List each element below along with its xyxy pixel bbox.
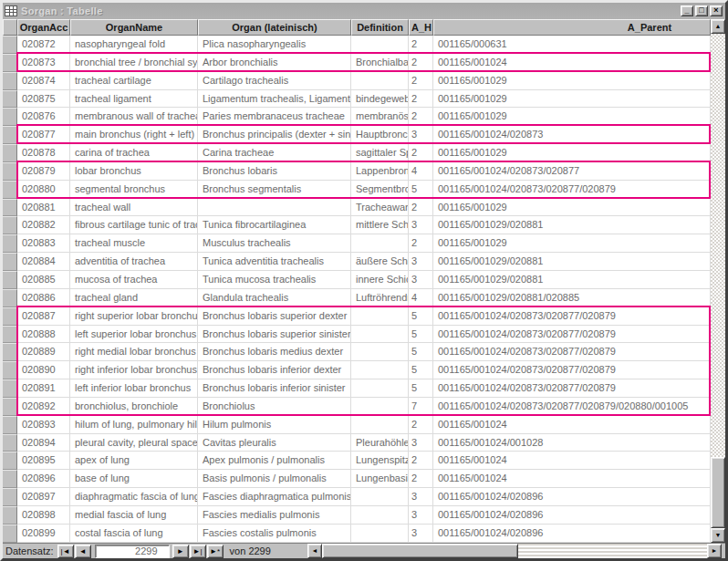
cell-definition[interactable]: Luftröhrendri [351, 289, 409, 307]
close-button[interactable]: × [710, 5, 723, 16]
cell-latin[interactable]: Tunica adventitia trachealis [198, 253, 351, 271]
cell-parent[interactable]: 001165/001024/020896 [433, 525, 711, 543]
cell-ah[interactable]: 5 [409, 379, 433, 398]
cell-ah[interactable]: 2 [409, 470, 433, 488]
cell-name[interactable]: segmental bronchus [70, 181, 198, 199]
cell-parent[interactable]: 001165/001024/020873 [433, 126, 711, 144]
maximize-button[interactable]: □ [695, 5, 708, 16]
cell-definition[interactable] [351, 326, 409, 344]
vertical-scroll-track[interactable] [711, 34, 725, 528]
cell-name[interactable]: left inferior lobar bronchus [70, 379, 198, 398]
cell-acc[interactable]: 020880 [17, 181, 70, 199]
cell-parent[interactable]: 001165/001024/020873/020877/020879 [433, 361, 711, 379]
cell-acc[interactable]: 020898 [17, 506, 70, 525]
cell-definition[interactable]: Lungenspitz [351, 452, 409, 470]
cell-acc[interactable]: 020876 [17, 108, 70, 126]
cell-parent[interactable]: 001165/001024/020873/020877/020879 [433, 326, 711, 344]
record-selector[interactable] [3, 361, 17, 379]
cell-parent[interactable]: 001165/001024/020873/020877 [433, 162, 711, 181]
cell-name[interactable]: mucosa of trachea [70, 271, 198, 289]
cell-latin[interactable]: Fascies medialis pulmonis [198, 506, 351, 525]
cell-acc[interactable]: 020877 [17, 126, 70, 144]
cell-name[interactable]: carina of trachea [70, 144, 198, 162]
select-all-corner[interactable] [3, 19, 17, 36]
next-record-button[interactable]: ► [172, 545, 189, 558]
scroll-right-button[interactable]: ► [707, 544, 722, 558]
cell-parent[interactable]: 001165/001024/020873/020877/020879 [433, 379, 711, 398]
cell-name[interactable]: nasopharyngeal fold [70, 36, 198, 54]
cell-definition[interactable] [351, 361, 409, 379]
cell-ah[interactable]: 2 [409, 90, 433, 109]
record-selector[interactable] [3, 234, 17, 253]
cell-acc[interactable]: 020894 [17, 434, 70, 452]
cell-acc[interactable]: 020879 [17, 162, 70, 181]
cell-name[interactable]: bronchiolus, bronchiole [70, 398, 198, 416]
cell-name[interactable]: lobar bronchus [70, 162, 198, 181]
cell-parent[interactable]: 001165/001024 [433, 416, 711, 434]
cell-definition[interactable]: mittlere Sch [351, 216, 409, 234]
cell-parent[interactable]: 001165/001024/020873/020877/020879 [433, 343, 711, 361]
cell-definition[interactable]: Lappenbronc [351, 162, 409, 181]
record-selector[interactable] [3, 271, 17, 289]
cell-ah[interactable]: 3 [409, 253, 433, 271]
cell-ah[interactable]: 4 [409, 162, 433, 181]
record-selector[interactable] [3, 216, 17, 234]
cell-acc[interactable]: 020875 [17, 90, 70, 109]
cell-name[interactable]: right medial lobar bronchus [70, 343, 198, 361]
cell-ah[interactable]: 5 [409, 326, 433, 344]
last-record-button[interactable]: ►| [190, 545, 206, 558]
record-selector[interactable] [3, 398, 17, 416]
cell-name[interactable]: right inferior lobar bronchus [70, 361, 198, 379]
cell-definition[interactable]: äußere Schi [351, 253, 409, 271]
cell-latin[interactable]: Bronchiolus [198, 398, 351, 416]
cell-ah[interactable]: 2 [409, 36, 433, 54]
cell-name[interactable]: pleural cavity, pleural space [70, 434, 198, 452]
cell-definition[interactable] [351, 307, 409, 326]
cell-acc[interactable]: 020887 [17, 307, 70, 326]
cell-latin[interactable]: Hilum pulmonis [198, 416, 351, 434]
cell-parent[interactable]: 001165/001024 [433, 54, 711, 72]
cell-ah[interactable]: 4 [409, 289, 433, 307]
record-selector[interactable] [3, 488, 17, 506]
cell-name[interactable]: tracheal cartilage [70, 72, 198, 90]
cell-parent[interactable]: 001165/001029/020881 [433, 271, 711, 289]
horizontal-scrollbar[interactable]: ◄ ► [307, 544, 722, 558]
cell-acc[interactable]: 020891 [17, 379, 70, 398]
title-bar[interactable]: Sorgan : Tabelle _ □ × [3, 3, 725, 19]
record-selector[interactable] [3, 326, 17, 344]
cell-parent[interactable]: 001165/001024 [433, 452, 711, 470]
cell-ah[interactable]: 7 [409, 398, 433, 416]
cell-definition[interactable] [351, 398, 409, 416]
cell-ah[interactable]: 2 [409, 72, 433, 90]
cell-ah[interactable]: 5 [409, 343, 433, 361]
cell-ah[interactable]: 2 [409, 416, 433, 434]
scroll-left-button[interactable]: ◄ [307, 544, 322, 558]
record-number-input[interactable] [95, 545, 170, 558]
cell-name[interactable]: hilum of lung, pulmonary hilu [70, 416, 198, 434]
cell-latin[interactable]: Bronchus segmentalis [198, 181, 351, 199]
cell-name[interactable]: medial fascia of lung [70, 506, 198, 525]
scroll-up-button[interactable]: ▲ [711, 19, 725, 34]
cell-parent[interactable]: 001165/001024/020896 [433, 488, 711, 506]
cell-parent[interactable]: 001165/001024/020873/020877/020879 [433, 181, 711, 199]
vertical-scrollbar[interactable]: ▲ ▼ [711, 19, 725, 543]
cell-latin[interactable]: Bronchus lobaris medius dexter [198, 343, 351, 361]
record-selector[interactable] [3, 108, 17, 126]
cell-acc[interactable]: 020897 [17, 488, 70, 506]
first-record-button[interactable]: |◄ [57, 545, 74, 558]
cell-parent[interactable]: 001165/001029 [433, 144, 711, 162]
cell-acc[interactable]: 020884 [17, 253, 70, 271]
cell-latin[interactable]: Bronchus lobaris inferior dexter [198, 361, 351, 379]
cell-acc[interactable]: 020885 [17, 271, 70, 289]
cell-latin[interactable]: Cavitas pleuralis [198, 434, 351, 452]
cell-latin[interactable]: Bronchus lobaris inferior sinister [198, 379, 351, 398]
cell-name[interactable]: adventitia of trachea [70, 253, 198, 271]
cell-parent[interactable]: 001165/001024/020873/020877/020879/02088… [433, 398, 711, 416]
cell-latin[interactable]: Apex pulmonis / pulmonalis [198, 452, 351, 470]
record-selector[interactable] [3, 144, 17, 162]
cell-acc[interactable]: 020895 [17, 452, 70, 470]
cell-parent[interactable]: 001165/001024 [433, 470, 711, 488]
cell-ah[interactable]: 5 [409, 361, 433, 379]
cell-definition[interactable]: sagittaler Sp [351, 144, 409, 162]
record-selector[interactable] [3, 199, 17, 217]
